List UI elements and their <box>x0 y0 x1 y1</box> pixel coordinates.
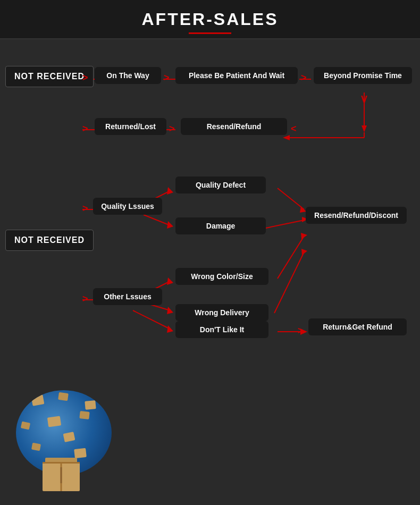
svg-marker-21 <box>167 277 173 285</box>
header-underline <box>189 32 231 34</box>
page-title: AFTER-SALES <box>0 10 420 29</box>
arrow-5: > <box>169 123 175 134</box>
svg-line-26 <box>274 252 304 313</box>
damage-box: Damage <box>175 217 266 234</box>
svg-line-13 <box>144 215 170 225</box>
page-header: AFTER-SALES <box>0 0 420 39</box>
on-the-way-box: On The Way <box>95 67 161 84</box>
down-arrow-1: V <box>361 94 367 105</box>
main-content: NOT RECEIVED > On The Way > Please Be Pa… <box>0 39 420 496</box>
globe-decoration <box>11 385 128 491</box>
dont-like-it-box: Don'T Like It <box>175 321 268 338</box>
svg-marker-12 <box>167 187 173 195</box>
svg-line-28 <box>133 310 170 329</box>
beyond-promise-box: Beyond Promise Time <box>314 67 412 84</box>
arrow-3: > <box>301 72 307 83</box>
arrow-6: > <box>82 203 88 214</box>
arrow-7: > <box>82 293 88 305</box>
svg-marker-27 <box>301 249 307 255</box>
svg-line-15 <box>278 188 304 209</box>
quality-defect-box: Quality Defect <box>175 176 266 193</box>
arrow-8: > <box>298 325 304 336</box>
wrong-color-size-box: Wrong Color/Size <box>175 268 268 285</box>
arrow-4: > <box>82 123 88 134</box>
svg-marker-29 <box>167 325 173 333</box>
package-box <box>43 462 80 491</box>
not-received-label-1: NOT RECEIVED <box>5 66 94 87</box>
svg-marker-25 <box>301 233 307 239</box>
resend-refund-box-1: Resend/Refund <box>181 118 287 135</box>
svg-marker-23 <box>167 307 173 314</box>
other-issues-box: Other Lssues <box>93 288 162 305</box>
arrow-1: > <box>82 72 88 83</box>
return-get-refund-box: Return&Get Refund <box>308 318 407 335</box>
not-received-label-2: NOT RECEIVED <box>5 230 94 251</box>
arrow-left-1: < <box>291 123 297 134</box>
resend-refund-discont-box: Resend/Refund/Discont <box>306 207 407 224</box>
quality-issues-box: Quality Lssues <box>93 198 162 215</box>
returned-lost-box: Returned/Lost <box>95 118 166 135</box>
arrow-2: > <box>164 72 170 83</box>
svg-line-17 <box>266 220 304 228</box>
svg-line-24 <box>278 236 304 279</box>
wrong-delivery-box: Wrong Delivery <box>175 304 268 321</box>
svg-marker-9 <box>283 135 290 140</box>
svg-marker-14 <box>167 221 173 229</box>
svg-marker-4 <box>362 125 367 132</box>
please-be-patient-box: Please Be Patient And Wait <box>175 67 298 84</box>
